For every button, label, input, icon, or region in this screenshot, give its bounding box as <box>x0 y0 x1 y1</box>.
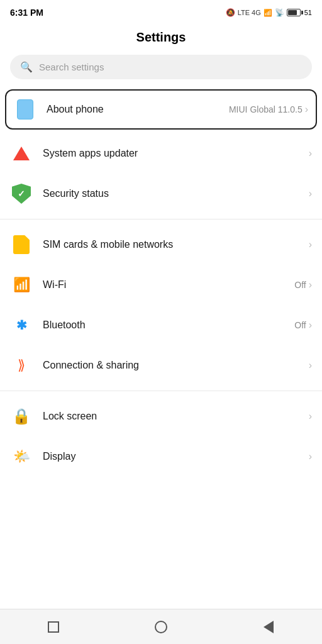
system-apps-label: System apps updater <box>43 148 138 159</box>
bluetooth-label: Bluetooth <box>43 319 86 331</box>
settings-list: About phone MIUI Global 11.0.5 › System … <box>0 89 322 477</box>
bottom-nav <box>0 609 322 644</box>
search-placeholder: Search settings <box>39 62 104 72</box>
status-time: 6:31 PM <box>10 8 43 18</box>
about-phone-right: MIUI Global 11.0.5 › <box>229 104 308 115</box>
security-content: Security status › <box>43 188 312 199</box>
security-right: › <box>309 188 312 199</box>
home-icon <box>155 621 167 633</box>
settings-item-security-status[interactable]: Security status › <box>0 174 322 214</box>
connection-right: › <box>309 360 312 371</box>
system-apps-icon <box>10 142 33 165</box>
wifi-chevron: › <box>309 279 312 291</box>
sim-icon <box>10 233 33 256</box>
lock-screen-right: › <box>309 411 312 422</box>
signal-icons: LTE 4G <box>238 9 261 16</box>
lock-icon: 🔒 <box>10 405 33 428</box>
settings-item-display[interactable]: 🌤️ Display › <box>0 436 322 477</box>
sim-chevron: › <box>309 239 312 250</box>
settings-item-about-phone[interactable]: About phone MIUI Global 11.0.5 › <box>5 89 317 130</box>
display-label: Display <box>43 451 75 462</box>
wifi-label: Wi-Fi <box>43 279 66 291</box>
about-phone-label: About phone <box>47 104 104 115</box>
about-phone-value: MIUI Global 11.0.5 <box>229 104 303 114</box>
battery-level: 51 <box>304 9 312 16</box>
wifi-value: Off <box>294 280 306 290</box>
security-icon <box>10 182 33 205</box>
settings-item-connection-sharing[interactable]: ⟫ Connection & sharing › <box>0 345 322 386</box>
settings-item-bluetooth[interactable]: ✱ Bluetooth Off › <box>0 305 322 345</box>
page-title: Settings <box>0 23 322 55</box>
settings-item-lock-screen[interactable]: 🔒 Lock screen › <box>0 396 322 436</box>
bluetooth-chevron: › <box>309 319 312 331</box>
about-phone-chevron: › <box>305 104 308 115</box>
display-chevron: › <box>309 451 312 462</box>
wifi-right: Off › <box>294 279 312 291</box>
search-icon: 🔍 <box>20 61 33 73</box>
security-chevron: › <box>309 188 312 199</box>
mute-icon: 🔕 <box>226 8 235 17</box>
battery-icon <box>287 9 301 16</box>
wifi-status-icon: 📡 <box>275 8 284 17</box>
bluetooth-icon: ✱ <box>10 314 33 336</box>
sim-content: SIM cards & mobile networks › <box>43 239 312 250</box>
display-icon: 🌤️ <box>10 445 33 468</box>
about-phone-icon <box>14 98 36 121</box>
bluetooth-value: Off <box>294 320 306 330</box>
back-icon <box>264 621 274 633</box>
connection-content: Connection & sharing › <box>43 360 312 371</box>
lock-screen-chevron: › <box>309 411 312 422</box>
settings-item-wifi[interactable]: 📶 Wi-Fi Off › <box>0 265 322 305</box>
connection-label: Connection & sharing <box>43 360 139 371</box>
status-bar: 6:31 PM 🔕 LTE 4G 📶 📡 51 <box>0 0 322 23</box>
bluetooth-content: Bluetooth Off › <box>43 319 312 331</box>
settings-item-sim-cards[interactable]: SIM cards & mobile networks › <box>0 225 322 265</box>
nav-home-button[interactable] <box>147 613 175 641</box>
bluetooth-right: Off › <box>294 319 312 331</box>
settings-item-system-apps-updater[interactable]: System apps updater › <box>0 133 322 174</box>
recents-icon <box>48 621 59 633</box>
system-apps-content: System apps updater › <box>43 148 312 159</box>
display-content: Display › <box>43 451 312 462</box>
display-right: › <box>309 451 312 462</box>
nav-recents-button[interactable] <box>40 613 67 641</box>
connection-chevron: › <box>309 360 312 371</box>
wifi-icon: 📶 <box>10 274 33 296</box>
search-bar[interactable]: 🔍 Search settings <box>10 55 312 79</box>
wifi-content: Wi-Fi Off › <box>43 279 312 291</box>
signal-bars: 📶 <box>264 9 272 17</box>
divider-1 <box>0 219 322 219</box>
nav-back-button[interactable] <box>255 613 282 641</box>
status-icons: 🔕 LTE 4G 📶 📡 51 <box>226 8 312 17</box>
sim-right: › <box>309 239 312 250</box>
about-phone-content: About phone MIUI Global 11.0.5 › <box>47 104 308 115</box>
sim-label: SIM cards & mobile networks <box>43 239 173 250</box>
lock-screen-content: Lock screen › <box>43 411 312 422</box>
divider-2 <box>0 391 322 391</box>
connection-icon: ⟫ <box>10 354 33 377</box>
system-apps-right: › <box>309 148 312 159</box>
security-label: Security status <box>43 188 109 199</box>
lock-screen-label: Lock screen <box>43 411 97 422</box>
system-apps-chevron: › <box>309 148 312 159</box>
